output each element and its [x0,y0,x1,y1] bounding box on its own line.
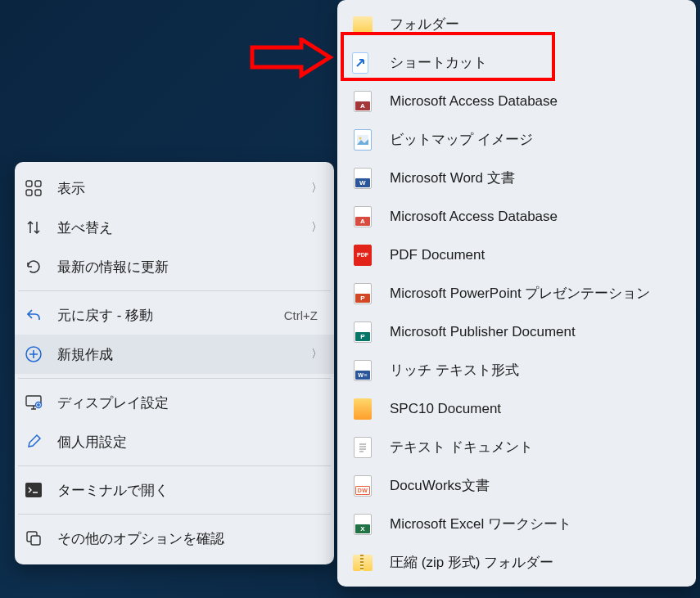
menu-item-label: 新規作成 [57,345,303,364]
zip-icon [352,552,373,573]
menu-item-label: 個人用設定 [57,433,323,452]
chevron-right-icon: 〉 [311,181,323,196]
submenu-item-label: テキスト ドキュメント [390,438,684,456]
submenu-item-label: Microsoft Word 文書 [390,169,684,187]
shortcut-icon [352,52,373,74]
menu-item-sort[interactable]: 並べ替え 〉 [15,208,334,247]
submenu-item-label: Microsoft Access Database [390,93,684,110]
grid-icon [25,179,43,197]
submenu-item-word[interactable]: W Microsoft Word 文書 [337,159,696,197]
new-icon [25,345,43,363]
bitmap-icon [352,129,373,151]
menu-item-undo[interactable]: 元に戻す - 移動 Ctrl+Z [15,295,334,335]
menu-shortcut: Ctrl+Z [284,308,318,322]
menu-item-display-settings[interactable]: ディスプレイ設定 [15,383,334,422]
submenu-item-label: 圧縮 (zip 形式) フォルダー [390,553,684,572]
submenu-item-label: リッチ テキスト形式 [390,361,684,380]
spc10-icon [352,398,373,420]
submenu-item-publisher[interactable]: P Microsoft Publisher Document [337,312,696,351]
annotation-arrow [248,38,338,83]
publisher-icon: P [352,321,373,343]
chevron-right-icon: 〉 [311,347,323,362]
word-icon: W [352,168,373,189]
submenu-item-powerpoint[interactable]: P Microsoft PowerPoint プレゼンテーション [337,274,696,312]
powerpoint-icon: P [352,283,373,304]
brush-icon [25,433,43,451]
menu-separator [18,290,331,291]
text-icon [352,437,373,458]
undo-icon [25,306,43,324]
menu-item-label: その他のオプションを確認 [57,529,323,548]
menu-item-refresh[interactable]: 最新の情報に更新 [15,247,334,286]
submenu-item-folder[interactable]: フォルダー [337,5,696,43]
submenu-item-label: Microsoft Publisher Document [390,324,684,340]
docuworks-icon: DW [352,475,373,497]
svg-rect-0 [26,181,32,187]
menu-separator [18,514,331,515]
new-submenu: フォルダー ショートカット A Microsoft Access Databas… [337,0,696,587]
menu-item-label: ターミナルで開く [57,481,323,500]
pdf-icon: PDF [352,245,373,266]
submenu-item-rtf[interactable]: W≡ リッチ テキスト形式 [337,351,696,389]
submenu-item-label: Microsoft Access Database [390,209,684,225]
submenu-item-access[interactable]: A Microsoft Access Database [337,82,696,120]
submenu-item-label: Microsoft PowerPoint プレゼンテーション [390,284,684,303]
svg-point-11 [359,137,362,139]
menu-separator [18,465,331,466]
folder-icon [352,14,373,35]
submenu-item-docuworks[interactable]: DW DocuWorks文書 [337,466,696,505]
svg-rect-1 [35,181,41,187]
menu-item-view[interactable]: 表示 〉 [15,169,334,208]
submenu-item-label: ショートカット [390,53,684,72]
menu-item-label: 元に戻す - 移動 [57,306,284,325]
submenu-item-label: フォルダー [390,15,684,34]
more-options-icon [25,529,43,547]
sort-icon [25,218,43,236]
submenu-item-zip[interactable]: 圧縮 (zip 形式) フォルダー [337,543,696,582]
svg-rect-9 [31,536,40,545]
svg-rect-2 [26,190,32,196]
refresh-icon [25,258,43,276]
access-icon: A [352,91,373,112]
submenu-item-label: DocuWorks文書 [390,476,684,495]
svg-rect-7 [25,483,42,497]
submenu-item-pdf[interactable]: PDF PDF Document [337,236,696,274]
svg-rect-3 [35,190,41,196]
menu-item-more-options[interactable]: その他のオプションを確認 [15,519,334,558]
submenu-item-bitmap[interactable]: ビットマップ イメージ [337,120,696,159]
submenu-item-label: SPC10 Document [390,401,684,417]
menu-item-personalize[interactable]: 個人用設定 [15,422,334,461]
desktop-context-menu: 表示 〉 並べ替え 〉 最新の情報に更新 元に戻す - 移動 Ctrl+Z 新規… [15,162,334,564]
submenu-item-label: PDF Document [390,247,684,263]
menu-item-label: 最新の情報に更新 [57,258,323,277]
menu-item-new[interactable]: 新規作成 〉 [15,335,334,374]
terminal-icon [25,481,43,499]
menu-item-label: ディスプレイ設定 [57,393,323,412]
menu-separator [18,378,331,379]
submenu-item-label: ビットマップ イメージ [390,130,684,149]
submenu-item-spc10[interactable]: SPC10 Document [337,389,696,428]
submenu-item-excel[interactable]: X Microsoft Excel ワークシート [337,505,696,543]
rtf-icon: W≡ [352,360,373,381]
access-icon: A [352,206,373,227]
submenu-item-shortcut[interactable]: ショートカット [337,43,696,82]
display-icon [25,393,43,411]
submenu-item-label: Microsoft Excel ワークシート [390,515,684,533]
chevron-right-icon: 〉 [311,220,323,235]
submenu-item-text[interactable]: テキスト ドキュメント [337,428,696,466]
submenu-item-access2[interactable]: A Microsoft Access Database [337,197,696,236]
excel-icon: X [352,514,373,535]
menu-item-label: 表示 [57,179,303,198]
menu-item-label: 並べ替え [57,218,303,237]
menu-item-terminal[interactable]: ターミナルで開く [15,470,334,510]
